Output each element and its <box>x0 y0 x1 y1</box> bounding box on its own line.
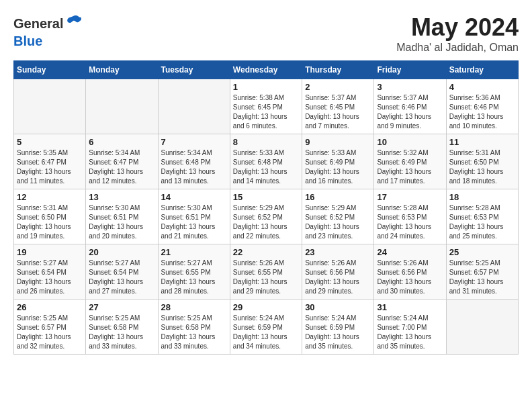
day-info: Sunrise: 5:30 AM Sunset: 6:51 PM Dayligh… <box>89 203 154 241</box>
calendar-cell: 7Sunrise: 5:34 AM Sunset: 6:48 PM Daylig… <box>158 134 230 189</box>
day-number: 6 <box>89 137 154 147</box>
calendar-week-row: 26Sunrise: 5:25 AM Sunset: 6:57 PM Dayli… <box>14 300 519 355</box>
day-number: 30 <box>305 302 371 312</box>
calendar-cell: 2Sunrise: 5:37 AM Sunset: 6:45 PM Daylig… <box>302 79 374 134</box>
day-number: 11 <box>449 137 515 147</box>
day-info: Sunrise: 5:35 AM Sunset: 6:47 PM Dayligh… <box>17 148 83 186</box>
calendar-cell: 26Sunrise: 5:25 AM Sunset: 6:57 PM Dayli… <box>14 300 86 355</box>
day-info: Sunrise: 5:26 AM Sunset: 6:55 PM Dayligh… <box>233 259 299 296</box>
calendar-cell: 23Sunrise: 5:26 AM Sunset: 6:56 PM Dayli… <box>302 244 374 300</box>
calendar-cell: 17Sunrise: 5:28 AM Sunset: 6:53 PM Dayli… <box>374 189 446 244</box>
day-info: Sunrise: 5:28 AM Sunset: 6:53 PM Dayligh… <box>377 203 443 241</box>
day-number: 3 <box>377 82 443 92</box>
day-number: 24 <box>377 247 443 257</box>
day-number: 13 <box>89 192 154 202</box>
calendar-cell: 14Sunrise: 5:30 AM Sunset: 6:51 PM Dayli… <box>158 189 230 244</box>
day-info: Sunrise: 5:37 AM Sunset: 6:45 PM Dayligh… <box>305 93 371 131</box>
logo-blue-text: Blue <box>13 34 42 48</box>
calendar-cell: 29Sunrise: 5:24 AM Sunset: 6:59 PM Dayli… <box>230 300 302 355</box>
day-number: 9 <box>305 137 371 147</box>
calendar-cell: 12Sunrise: 5:31 AM Sunset: 6:50 PM Dayli… <box>14 189 86 244</box>
weekday-header-sunday: Sunday <box>14 61 86 79</box>
day-info: Sunrise: 5:37 AM Sunset: 6:46 PM Dayligh… <box>377 93 443 131</box>
logo-bird-icon <box>64 13 82 31</box>
day-number: 26 <box>17 302 83 312</box>
weekday-header-saturday: Saturday <box>446 61 518 79</box>
day-number: 2 <box>305 82 371 92</box>
calendar-cell: 19Sunrise: 5:27 AM Sunset: 6:54 PM Dayli… <box>14 244 86 300</box>
day-number: 31 <box>377 302 443 312</box>
calendar-cell: 27Sunrise: 5:25 AM Sunset: 6:58 PM Dayli… <box>86 300 158 355</box>
calendar-cell <box>158 79 230 134</box>
calendar-cell: 16Sunrise: 5:29 AM Sunset: 6:52 PM Dayli… <box>302 189 374 244</box>
calendar-cell: 28Sunrise: 5:25 AM Sunset: 6:58 PM Dayli… <box>158 300 230 355</box>
calendar-table: SundayMondayTuesdayWednesdayThursdayFrid… <box>13 60 519 355</box>
title-section: May 2024 Madha' al Jadidah, Oman <box>396 13 519 54</box>
calendar-cell: 20Sunrise: 5:27 AM Sunset: 6:54 PM Dayli… <box>86 244 158 300</box>
weekday-header-monday: Monday <box>86 61 158 79</box>
day-number: 10 <box>377 137 443 147</box>
day-number: 21 <box>161 247 227 257</box>
calendar-week-row: 1Sunrise: 5:38 AM Sunset: 6:45 PM Daylig… <box>14 79 519 134</box>
day-number: 25 <box>449 247 515 257</box>
weekday-header-tuesday: Tuesday <box>158 61 230 79</box>
weekday-header-wednesday: Wednesday <box>230 61 302 79</box>
day-number: 8 <box>233 137 299 147</box>
day-number: 12 <box>17 192 83 202</box>
day-info: Sunrise: 5:34 AM Sunset: 6:48 PM Dayligh… <box>161 148 227 186</box>
day-info: Sunrise: 5:30 AM Sunset: 6:51 PM Dayligh… <box>161 203 227 241</box>
day-number: 27 <box>89 302 154 312</box>
day-number: 14 <box>161 192 227 202</box>
day-info: Sunrise: 5:33 AM Sunset: 6:48 PM Dayligh… <box>233 148 299 186</box>
calendar-cell: 24Sunrise: 5:26 AM Sunset: 6:56 PM Dayli… <box>374 244 446 300</box>
day-number: 7 <box>161 137 227 147</box>
calendar-cell: 3Sunrise: 5:37 AM Sunset: 6:46 PM Daylig… <box>374 79 446 134</box>
day-info: Sunrise: 5:27 AM Sunset: 6:55 PM Dayligh… <box>161 259 227 296</box>
day-info: Sunrise: 5:26 AM Sunset: 6:56 PM Dayligh… <box>377 259 443 296</box>
day-info: Sunrise: 5:34 AM Sunset: 6:47 PM Dayligh… <box>89 148 154 186</box>
day-info: Sunrise: 5:27 AM Sunset: 6:54 PM Dayligh… <box>89 259 154 296</box>
day-number: 18 <box>449 192 515 202</box>
logo: General Blue <box>13 13 82 49</box>
calendar-cell: 30Sunrise: 5:24 AM Sunset: 6:59 PM Dayli… <box>302 300 374 355</box>
calendar-week-row: 5Sunrise: 5:35 AM Sunset: 6:47 PM Daylig… <box>14 134 519 189</box>
day-number: 15 <box>233 192 299 202</box>
location-subtitle: Madha' al Jadidah, Oman <box>396 42 519 54</box>
day-number: 23 <box>305 247 371 257</box>
day-info: Sunrise: 5:36 AM Sunset: 6:46 PM Dayligh… <box>449 93 515 131</box>
page-header: General Blue May 2024 Madha' al Jadidah,… <box>13 13 519 54</box>
calendar-cell: 4Sunrise: 5:36 AM Sunset: 6:46 PM Daylig… <box>446 79 518 134</box>
day-number: 4 <box>449 82 515 92</box>
calendar-week-row: 12Sunrise: 5:31 AM Sunset: 6:50 PM Dayli… <box>14 189 519 244</box>
calendar-cell: 18Sunrise: 5:28 AM Sunset: 6:53 PM Dayli… <box>446 189 518 244</box>
weekday-header-thursday: Thursday <box>302 61 374 79</box>
day-number: 20 <box>89 247 154 257</box>
day-number: 5 <box>17 137 83 147</box>
month-year-title: May 2024 <box>396 13 519 42</box>
calendar-cell: 31Sunrise: 5:24 AM Sunset: 7:00 PM Dayli… <box>374 300 446 355</box>
day-info: Sunrise: 5:29 AM Sunset: 6:52 PM Dayligh… <box>305 203 371 241</box>
day-number: 28 <box>161 302 227 312</box>
day-info: Sunrise: 5:25 AM Sunset: 6:57 PM Dayligh… <box>17 314 83 351</box>
day-number: 22 <box>233 247 299 257</box>
calendar-cell: 22Sunrise: 5:26 AM Sunset: 6:55 PM Dayli… <box>230 244 302 300</box>
calendar-cell: 15Sunrise: 5:29 AM Sunset: 6:52 PM Dayli… <box>230 189 302 244</box>
calendar-cell: 21Sunrise: 5:27 AM Sunset: 6:55 PM Dayli… <box>158 244 230 300</box>
day-info: Sunrise: 5:32 AM Sunset: 6:49 PM Dayligh… <box>377 148 443 186</box>
day-info: Sunrise: 5:27 AM Sunset: 6:54 PM Dayligh… <box>17 259 83 296</box>
day-info: Sunrise: 5:38 AM Sunset: 6:45 PM Dayligh… <box>233 93 299 131</box>
day-number: 19 <box>17 247 83 257</box>
day-info: Sunrise: 5:31 AM Sunset: 6:50 PM Dayligh… <box>17 203 83 241</box>
calendar-cell: 6Sunrise: 5:34 AM Sunset: 6:47 PM Daylig… <box>86 134 158 189</box>
day-info: Sunrise: 5:24 AM Sunset: 6:59 PM Dayligh… <box>233 314 299 351</box>
calendar-cell: 10Sunrise: 5:32 AM Sunset: 6:49 PM Dayli… <box>374 134 446 189</box>
day-info: Sunrise: 5:29 AM Sunset: 6:52 PM Dayligh… <box>233 203 299 241</box>
calendar-cell: 1Sunrise: 5:38 AM Sunset: 6:45 PM Daylig… <box>230 79 302 134</box>
day-info: Sunrise: 5:25 AM Sunset: 6:57 PM Dayligh… <box>449 259 515 296</box>
calendar-cell <box>86 79 158 134</box>
day-number: 1 <box>233 82 299 92</box>
weekday-header-friday: Friday <box>374 61 446 79</box>
day-info: Sunrise: 5:26 AM Sunset: 6:56 PM Dayligh… <box>305 259 371 296</box>
day-info: Sunrise: 5:24 AM Sunset: 6:59 PM Dayligh… <box>305 314 371 351</box>
calendar-cell: 13Sunrise: 5:30 AM Sunset: 6:51 PM Dayli… <box>86 189 158 244</box>
